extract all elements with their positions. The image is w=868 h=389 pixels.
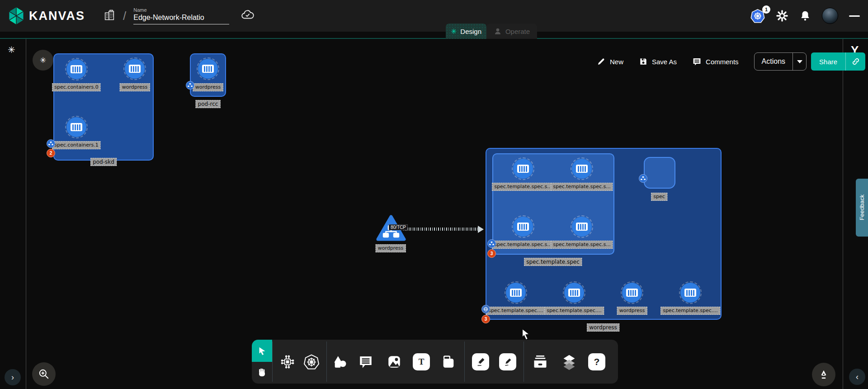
pod-icon-badge[interactable] (186, 81, 194, 90)
feedback-tab[interactable]: Feedback (856, 179, 868, 237)
node-label[interactable]: spec.template.spec.... (660, 307, 720, 315)
operate-tab-label: Operate (505, 28, 530, 35)
node-bottom-0[interactable] (506, 283, 526, 303)
design-name-value[interactable]: Edge-Network-Relatio (133, 14, 229, 24)
copy-link-icon[interactable] (845, 52, 865, 71)
chevron-left-icon[interactable]: ‹ (849, 369, 865, 385)
node-label[interactable]: spec.template.spec.s... (492, 183, 554, 191)
alert-count-badge[interactable]: 3 (487, 249, 496, 258)
avatar[interactable] (822, 8, 838, 24)
pen-tool[interactable] (472, 353, 489, 370)
text-tool[interactable]: T (413, 353, 430, 370)
pen-nib-button[interactable] (812, 363, 835, 386)
k8s-context-count-badge: 1 (762, 5, 770, 14)
meshery-swirl-icon[interactable]: ✳ (8, 44, 15, 55)
canvas-action-bar: New Save As Comments Actions (597, 52, 865, 71)
node-spec-containers-1[interactable] (66, 117, 86, 137)
kanvas-logo[interactable]: KANVAS (8, 7, 85, 25)
service-label[interactable]: wordpress (376, 244, 406, 252)
node-bottom-1[interactable] (564, 283, 584, 303)
node-template-container-1[interactable] (572, 159, 592, 179)
node-label[interactable]: spec.template.spec.s... (492, 241, 554, 249)
chevron-right-icon[interactable]: › (5, 369, 21, 385)
pod-icon-badge[interactable] (639, 174, 647, 183)
shapes-tool[interactable] (332, 354, 348, 370)
actions-dropdown-button[interactable]: Actions (754, 52, 807, 71)
component-browser-tool[interactable] (280, 354, 295, 370)
pencil-icon (499, 353, 516, 370)
edge-port-label[interactable]: 80/TCP (389, 224, 408, 230)
save-icon (639, 57, 648, 66)
group-label[interactable]: pod-rcc (196, 100, 221, 108)
help-tool[interactable]: ? (588, 353, 605, 370)
tab-operate[interactable]: Operate (486, 24, 537, 39)
node-label[interactable]: spec.containers.1 (52, 141, 100, 149)
kubernetes-wheel-icon (303, 354, 320, 370)
pen-icon (472, 353, 489, 370)
select-tool[interactable] (252, 340, 272, 362)
node-template-container-3[interactable] (572, 217, 592, 237)
layers-icon (561, 354, 577, 370)
layers-tool[interactable] (561, 354, 577, 370)
node-label[interactable]: wordpress (120, 83, 150, 91)
node-template-container-2[interactable] (513, 217, 533, 237)
deployment-icon-badge[interactable] (481, 305, 490, 313)
node-wordpress-a[interactable] (125, 59, 145, 79)
frame-tool[interactable] (441, 354, 456, 370)
design-canvas[interactable]: ✳ Y ✳ › ‹ Feedback New (0, 32, 868, 389)
kubernetes-context-icon[interactable]: 1 (750, 9, 765, 23)
pod-icon-badge[interactable] (47, 139, 55, 148)
node-bottom-2[interactable] (622, 283, 642, 303)
menu-icon[interactable] (849, 14, 860, 19)
design-name-field[interactable]: Name Edge-Network-Relatio (133, 7, 229, 24)
building-icon[interactable] (103, 9, 116, 23)
actions-caret[interactable] (793, 53, 806, 70)
comment-tool[interactable] (358, 354, 373, 370)
node-spec[interactable] (644, 157, 675, 189)
comments-button[interactable]: Comments (692, 57, 739, 66)
node-label[interactable]: spec.template.spec.... (544, 307, 604, 315)
share-button[interactable]: Share (811, 52, 865, 71)
node-label[interactable]: spec.containers.0 (52, 83, 100, 91)
pod-icon-badge[interactable] (487, 239, 496, 248)
image-tool[interactable] (387, 354, 402, 370)
pen-nib-icon (818, 369, 830, 380)
group-label[interactable]: wordpress (587, 323, 619, 332)
group-spec-template-spec[interactable] (492, 153, 614, 255)
toolbar-divider (326, 342, 327, 382)
node-wordpress-rcc[interactable] (198, 59, 218, 79)
node-template-container-0[interactable] (513, 159, 533, 179)
pencil-tool[interactable] (499, 353, 516, 370)
group-label[interactable]: spec.template.spec (524, 258, 582, 266)
save-as-button[interactable]: Save As (639, 57, 677, 66)
pan-tool[interactable] (252, 362, 272, 384)
alert-count-badge[interactable]: 3 (481, 315, 490, 323)
comments-label: Comments (706, 58, 739, 66)
node-spec-containers-0[interactable] (66, 59, 86, 79)
node-label[interactable]: wordpress (193, 83, 223, 91)
edge-line[interactable] (404, 228, 479, 231)
kubernetes-components-tool[interactable] (303, 354, 320, 370)
new-button[interactable]: New (597, 57, 623, 66)
zoom-in-button[interactable] (32, 362, 56, 386)
save-as-label: Save As (652, 58, 677, 66)
help-icon: ? (588, 353, 605, 370)
alert-count-badge[interactable]: 2 (47, 149, 55, 157)
share-label: Share (811, 58, 845, 66)
node-label[interactable]: spec (651, 193, 667, 201)
node-bottom-3[interactable] (680, 283, 700, 303)
bell-icon[interactable] (799, 9, 811, 22)
header-divider (0, 38, 868, 39)
node-label[interactable]: wordpress (617, 307, 647, 315)
gear-icon[interactable] (776, 9, 788, 22)
canvas-flower-icon[interactable]: ✳ (33, 50, 53, 71)
node-label[interactable]: spec.template.spec.s... (551, 241, 613, 249)
tab-design[interactable]: ✳ Design (446, 24, 486, 39)
node-label[interactable]: spec.template.spec.... (486, 307, 546, 315)
logo-text: KANVAS (29, 9, 85, 23)
group-label[interactable]: pod-skd (90, 158, 117, 166)
design-tab-label: Design (460, 28, 481, 35)
node-label[interactable]: spec.template.spec.s... (551, 183, 613, 191)
toolbar-divider (272, 342, 273, 382)
archive-tool[interactable] (532, 354, 548, 370)
